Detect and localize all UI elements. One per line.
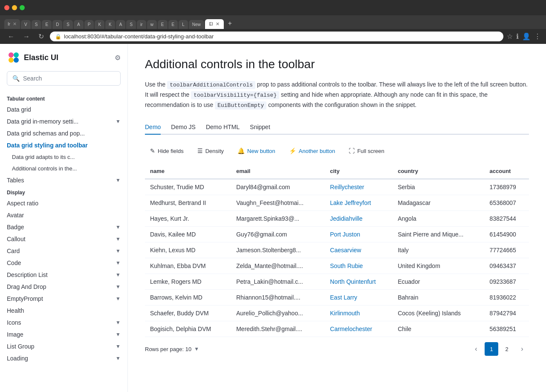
city-link[interactable]: Carmelochester [330,326,372,332]
page-1-button[interactable]: 1 [485,342,498,356]
browser-tab-active[interactable]: El ✕ [205,19,224,29]
tab-demo-js[interactable]: Demo JS [171,120,196,135]
chevron-down-icon: ▼ [116,224,121,230]
hide-fields-button[interactable]: ✎ Hide fields [145,145,189,157]
next-page-button[interactable]: › [515,342,529,356]
chevron-down-icon: ▼ [116,320,121,326]
sidebar-item-card[interactable]: Card ▼ [0,245,127,257]
browser-tab[interactable]: E [42,20,52,29]
city-link[interactable]: Reillychester [330,184,364,190]
browser-tab[interactable]: A [116,20,126,29]
tab-close-icon[interactable]: ✕ [216,21,220,27]
sidebar-item-data-grid-inmemory[interactable]: Data grid in-memory setti... ▼ [0,115,127,127]
sidebar-item-label: Data grid [7,106,31,113]
sidebar-item-data-grid-styling[interactable]: Data grid styling and toolbar [0,139,127,151]
sidebar-item-list-group[interactable]: List Group ▼ [0,340,127,352]
browser-tab[interactable]: Ir ✕ [4,19,20,29]
browser-tab[interactable]: P [84,20,94,29]
browser-tab[interactable]: S [126,20,136,29]
another-button[interactable]: ⚡ Another button [284,145,340,157]
browser-tab[interactable]: A [74,20,84,29]
sidebar-item-badge[interactable]: Badge ▼ [0,221,127,233]
sidebar-item-tables[interactable]: Tables ▼ [0,174,127,186]
forward-button[interactable]: → [20,32,32,41]
tab-demo-html[interactable]: Demo HTML [206,120,240,135]
city-link[interactable]: Port Juston [330,231,360,238]
browser-tab[interactable]: E [168,20,178,29]
sidebar-item-callout[interactable]: Callout ▼ [0,233,127,245]
browser-tab[interactable]: S [32,20,41,29]
browser-tab[interactable]: New [189,20,204,29]
user-icon[interactable]: 👤 [522,32,531,40]
column-header-account: account [485,164,529,179]
city-link[interactable]: East Larry [330,294,357,301]
page-2-button[interactable]: 2 [500,342,514,356]
city-link[interactable]: South Rubie [330,262,363,269]
sidebar-item-health[interactable]: Health [0,305,127,317]
svg-point-0 [9,52,14,58]
sidebar-search-box[interactable]: 🔍 [7,71,121,86]
city-link[interactable]: Lake Jeffreyfort [330,199,371,206]
browser-tab[interactable]: V [21,20,31,29]
new-button[interactable]: 🔔 New button [232,145,280,157]
sidebar-item-aspect-ratio[interactable]: Aspect ratio [0,197,127,209]
city-link[interactable]: Kirlinmouth [330,310,360,317]
cell-email: Petra_Lakin@hotmail.c... [231,274,325,290]
search-input[interactable] [23,75,115,82]
close-traffic-light[interactable] [4,5,9,10]
url-bar[interactable]: 🔒 localhost:8030/#/tabular-content/data-… [50,32,503,41]
browser-tab[interactable]: D [52,20,62,29]
sidebar-item-additional-controls[interactable]: Additional controls in the... [0,163,127,174]
browser-tab[interactable]: E [158,20,168,29]
settings-gear-icon[interactable]: ⚙ [115,54,121,62]
city-link[interactable]: Jedidiahville [330,215,362,222]
browser-tab[interactable]: w [147,20,157,29]
main-content: Additional controls in the toolbar Use t… [128,44,546,392]
browser-tab[interactable]: ir [137,20,146,29]
sidebar-item-avatar[interactable]: Avatar [0,209,127,221]
minimize-traffic-light[interactable] [12,5,17,10]
browser-tab[interactable]: S [63,20,73,29]
sidebar-item-icons[interactable]: Icons ▼ [0,317,127,329]
new-tab-button[interactable]: + [225,18,235,29]
density-button[interactable]: ☰ Density [192,145,229,157]
sidebar-item-data-grid[interactable]: Data grid [0,104,127,115]
cell-city: Jedidiahville [325,211,393,227]
sidebar-item-description-list[interactable]: Description List ▼ [0,269,127,281]
browser-tab[interactable]: K [95,20,104,29]
sidebar-item-label: Callout [7,236,26,242]
sidebar-item-loading[interactable]: Loading ▼ [0,352,127,364]
browser-tab[interactable]: L [179,20,188,29]
info-icon[interactable]: ℹ [516,32,519,40]
reload-button[interactable]: ↻ [36,32,46,41]
back-button[interactable]: ← [5,32,17,41]
sidebar-item-data-grid-schemas[interactable]: Data grid schemas and pop... [0,127,127,139]
tab-demo[interactable]: Demo [145,120,161,135]
rows-per-page-selector[interactable]: Rows per page: 10 ▼ [145,346,199,352]
sidebar-item-drag-and-drop[interactable]: Drag And Drop ▼ [0,281,127,293]
sidebar-item-empty-prompt[interactable]: EmptyPrompt ▼ [0,293,127,305]
cell-country: Angola [393,211,484,227]
tab-snippet[interactable]: Snippet [250,120,270,135]
browser-tab[interactable]: K [105,20,115,29]
address-bar: ← → ↻ 🔒 localhost:8030/#/tabular-content… [0,29,546,44]
sidebar-item-image[interactable]: Image ▼ [0,329,127,340]
sidebar-item-label: Tables [7,177,24,184]
maximize-traffic-light[interactable] [20,5,25,10]
browser-chrome [0,0,546,15]
full-screen-button[interactable]: ⛶ Full screen [344,145,390,157]
bookmark-icon[interactable]: ☆ [507,32,513,40]
table-row: Bogisich, Delphia DVM Meredith.Stehr@gma… [145,321,529,337]
cell-city: Caesarview [325,242,393,258]
city-link[interactable]: North Quintenfurt [330,278,376,285]
tab-close-icon[interactable]: ✕ [13,21,17,27]
tab-demo-html-label: Demo HTML [206,124,240,130]
cell-country: Bahrain [393,290,484,306]
city-link[interactable]: Caesarview [330,247,361,254]
density-label: Density [205,148,224,154]
menu-icon[interactable]: ⋮ [534,32,541,40]
cell-email: Zelda_Mante@hotmail.... [231,258,325,274]
sidebar-item-data-grid-adapts[interactable]: Data grid adapts to its c... [0,151,127,163]
previous-page-button[interactable]: ‹ [469,342,483,356]
sidebar-item-code[interactable]: Code ▼ [0,257,127,269]
